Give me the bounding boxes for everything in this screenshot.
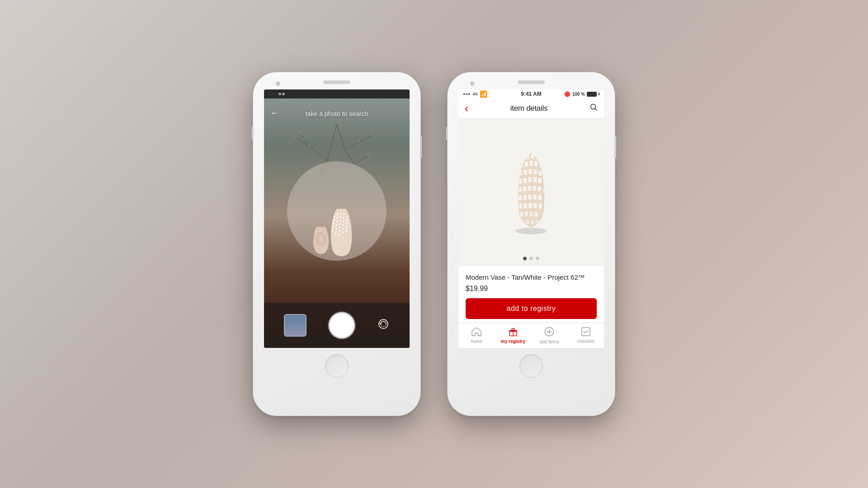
svg-rect-52 (538, 186, 541, 191)
dot3 (275, 93, 278, 95)
svg-point-24 (590, 104, 595, 109)
svg-rect-31 (520, 163, 523, 168)
svg-point-11 (299, 131, 302, 133)
svg-rect-43 (524, 178, 527, 183)
item-details-view: ●●● 4G 📶 9:41 AM 🔴 100 % (458, 89, 604, 348)
svg-line-25 (595, 109, 597, 111)
svg-line-8 (359, 135, 373, 142)
network-label: 4G (472, 92, 478, 96)
home-button-2[interactable] (519, 354, 543, 378)
battery-cap (599, 93, 599, 95)
dot4 (278, 93, 281, 95)
svg-point-72 (515, 228, 547, 235)
nav-tab-home[interactable]: home (458, 324, 495, 347)
home-button-1[interactable] (325, 354, 349, 378)
camera-controls-bar (264, 303, 410, 348)
svg-rect-51 (533, 186, 536, 191)
product-name: Modern Vase - Tan/White - Project 62™ (466, 272, 597, 282)
front-camera-1 (276, 81, 280, 86)
camera-hint-text: take a photo to search (264, 110, 410, 117)
svg-rect-79 (582, 328, 590, 336)
add-to-registry-button[interactable]: add to registry (466, 298, 597, 319)
svg-line-0 (327, 124, 337, 160)
home-tab-label: home (471, 339, 482, 344)
product-info: Modern Vase - Tan/White - Project 62™ $1… (458, 266, 604, 298)
item-details-screen: ●●● 4G 📶 9:41 AM 🔴 100 % (458, 89, 604, 348)
nav-back-button[interactable]: ‹ (465, 102, 468, 115)
svg-rect-44 (528, 177, 532, 182)
nav-tab-add-items[interactable]: add items (531, 324, 568, 347)
vases-in-circle (301, 200, 373, 263)
my-registry-tab-label: my registry (501, 339, 525, 344)
battery-body (587, 92, 597, 97)
signal-area-2: ●●● 4G 📶 (463, 90, 487, 98)
nav-tab-checklist[interactable]: checklist (568, 324, 604, 347)
svg-rect-35 (539, 163, 542, 168)
svg-rect-69 (526, 220, 529, 224)
camera-back-button[interactable]: ← (270, 108, 278, 118)
pagination-dot-1 (523, 257, 527, 260)
camera-screen: take a photo to search ← (264, 89, 410, 348)
camera-background (264, 99, 410, 333)
svg-rect-40 (533, 169, 537, 174)
svg-point-14 (367, 153, 369, 156)
checklist-icon (581, 327, 591, 338)
camera-photo-area: take a photo to search ← (264, 99, 410, 333)
svg-rect-58 (538, 195, 541, 200)
svg-rect-36 (544, 164, 547, 168)
svg-rect-50 (528, 186, 531, 191)
thumbnail-image (285, 315, 306, 336)
product-price: $19.99 (466, 285, 597, 293)
dot2 (271, 93, 274, 95)
svg-rect-57 (533, 194, 537, 199)
svg-rect-64 (520, 212, 523, 217)
speaker-2 (518, 80, 545, 84)
svg-rect-34 (534, 161, 538, 166)
svg-rect-56 (528, 194, 532, 199)
svg-rect-45 (533, 177, 537, 182)
phone-camera: take a photo to search ← (253, 72, 420, 416)
svg-rect-46 (538, 178, 541, 183)
svg-rect-65 (524, 211, 528, 216)
svg-rect-67 (534, 212, 538, 217)
phone-top-1 (253, 80, 420, 87)
svg-rect-26 (521, 155, 524, 160)
status-right-2: 🔴 100 % (564, 91, 599, 97)
svg-rect-41 (538, 171, 542, 176)
bottom-nav: home my registry (458, 323, 604, 348)
svg-rect-60 (524, 203, 527, 208)
svg-rect-30 (541, 156, 543, 161)
nav-title: item details (510, 104, 547, 113)
svg-rect-66 (529, 211, 533, 216)
bluetooth-icon: 🔴 (564, 91, 571, 97)
nav-search-button[interactable] (590, 103, 598, 113)
nav-tab-my-registry[interactable]: my registry (495, 324, 532, 347)
camera-thumbnail[interactable] (284, 314, 307, 337)
svg-rect-38 (524, 170, 527, 175)
product-image-area (458, 118, 604, 266)
dot5 (282, 93, 285, 95)
svg-line-5 (337, 124, 345, 151)
svg-rect-61 (529, 203, 532, 208)
shutter-button[interactable] (329, 312, 355, 338)
svg-rect-47 (543, 179, 545, 184)
svg-point-15 (358, 140, 360, 142)
battery-pct: 100 % (572, 92, 585, 97)
front-camera-2 (470, 81, 475, 86)
svg-rect-27 (526, 154, 529, 159)
phone-item-details: ●●● 4G 📶 9:41 AM 🔴 100 % (448, 72, 615, 416)
svg-rect-59 (519, 203, 522, 208)
status-bar-2: ●●● 4G 📶 9:41 AM 🔴 100 % (458, 89, 604, 99)
pagination-dots (458, 257, 604, 260)
svg-rect-49 (523, 186, 526, 191)
svg-rect-54 (519, 195, 522, 200)
home-icon (472, 327, 481, 338)
pagination-dot-2 (529, 257, 533, 260)
flip-camera-icon[interactable] (377, 318, 390, 333)
phone-top-2 (448, 80, 615, 87)
svg-rect-33 (529, 161, 533, 166)
battery-fill (587, 92, 596, 96)
product-vase-image (497, 147, 565, 237)
svg-rect-55 (524, 195, 527, 200)
signal-dots-1 (268, 93, 285, 95)
